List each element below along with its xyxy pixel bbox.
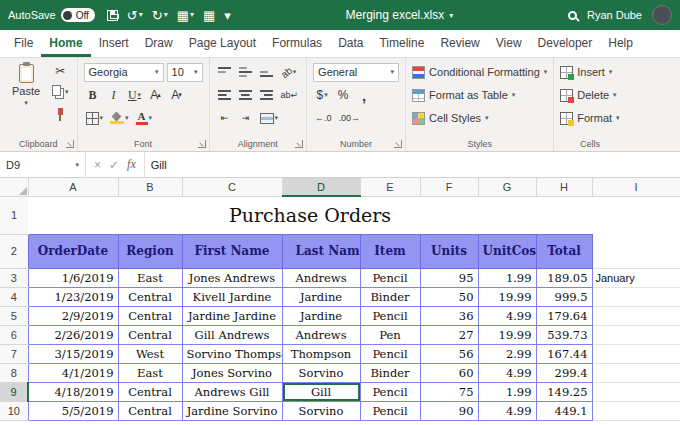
decrease-indent-button[interactable]: ⇤ — [216, 109, 234, 127]
cell[interactable]: Jardine Jardine — [182, 306, 282, 325]
cell-styles-button[interactable]: Cell Styles ▾ — [412, 108, 547, 128]
cell[interactable]: Binder — [360, 287, 420, 306]
cell[interactable]: Central — [118, 325, 182, 344]
save-icon[interactable] — [107, 10, 118, 21]
cell[interactable]: 4/18/2019 — [28, 382, 118, 401]
select-all-corner[interactable] — [0, 178, 28, 196]
cell[interactable]: Andrews — [282, 325, 360, 344]
cell[interactable]: Central — [118, 287, 182, 306]
cell[interactable]: 167.44 — [536, 344, 592, 363]
shrink-font-button[interactable]: A▾ — [168, 86, 186, 104]
align-center-button[interactable] — [237, 86, 255, 104]
cell[interactable]: 50 — [420, 287, 478, 306]
cell[interactable]: 149.25 — [536, 382, 592, 401]
increase-indent-button[interactable]: ⇥ — [237, 109, 255, 127]
header-total[interactable]: Total — [536, 234, 592, 268]
tab-data[interactable]: Data — [330, 31, 371, 57]
undo-icon[interactable]: ↺▾ — [127, 9, 143, 22]
row-header-1[interactable]: 1 — [0, 196, 28, 234]
cell[interactable]: Jones Andrews — [182, 268, 282, 287]
col-header-e[interactable]: E — [360, 178, 420, 196]
cell[interactable]: 999.5 — [536, 287, 592, 306]
cell[interactable] — [592, 382, 680, 401]
font-dialog-launcher[interactable] — [198, 140, 206, 148]
grow-font-button[interactable]: A▴ — [147, 86, 165, 104]
decrease-decimal-button[interactable]: .00→ — [337, 109, 363, 127]
cell[interactable]: 27 — [420, 325, 478, 344]
cell[interactable] — [592, 363, 680, 382]
number-format-select[interactable]: General▾ — [313, 63, 399, 82]
cell[interactable]: Andrews Gill — [182, 382, 282, 401]
comma-style-button[interactable]: , — [355, 86, 373, 104]
copy-button[interactable]: ▾ — [50, 83, 71, 101]
cell[interactable] — [592, 234, 680, 268]
merge-center-button[interactable]: ▾ — [258, 109, 281, 127]
search-icon[interactable] — [568, 11, 577, 20]
row-header-7[interactable]: 7 — [0, 344, 28, 363]
cancel-icon[interactable]: × — [94, 158, 101, 172]
autosave-toggle[interactable]: AutoSave Off — [8, 8, 95, 22]
tab-review[interactable]: Review — [432, 31, 487, 57]
avatar[interactable] — [652, 5, 672, 25]
formula-input[interactable]: Gill — [145, 152, 680, 177]
tab-view[interactable]: View — [488, 31, 530, 57]
tab-help[interactable]: Help — [600, 31, 641, 57]
row-header-10[interactable]: 10 — [0, 401, 28, 420]
clipboard-dialog-launcher[interactable] — [66, 140, 74, 148]
italic-button[interactable]: I — [105, 86, 123, 104]
cell[interactable]: Sorvino Thompson — [182, 344, 282, 363]
cell[interactable]: Sorvino — [282, 363, 360, 382]
cell[interactable]: 95 — [420, 268, 478, 287]
cell[interactable]: Central — [118, 382, 182, 401]
accounting-format-button[interactable]: $▾ — [313, 86, 331, 104]
autosave-switch[interactable]: Off — [61, 8, 95, 22]
cell[interactable]: Andrews — [282, 268, 360, 287]
col-header-g[interactable]: G — [478, 178, 536, 196]
cell[interactable]: Jardine Sorvino — [182, 401, 282, 420]
insert-function-icon[interactable]: fx — [127, 157, 136, 172]
orientation-button[interactable]: ab▾ — [279, 63, 299, 81]
col-header-h[interactable]: H — [536, 178, 592, 196]
tab-formulas[interactable]: Formulas — [264, 31, 330, 57]
align-right-button[interactable] — [258, 86, 276, 104]
cell[interactable] — [592, 344, 680, 363]
format-painter-button[interactable] — [50, 104, 71, 122]
cell[interactable]: 75 — [420, 382, 478, 401]
row-header-4[interactable]: 4 — [0, 287, 28, 306]
cell[interactable] — [592, 401, 680, 420]
col-header-a[interactable]: A — [28, 178, 118, 196]
row-header-3[interactable]: 3 — [0, 268, 28, 287]
cell[interactable]: Pencil — [360, 382, 420, 401]
col-header-d-selected[interactable]: D — [282, 178, 360, 196]
cell[interactable]: Binder — [360, 363, 420, 382]
align-top-button[interactable] — [216, 63, 234, 81]
cell[interactable]: Gill Andrews — [182, 325, 282, 344]
cell[interactable]: 4.99 — [478, 306, 536, 325]
cell[interactable]: 1/6/2019 — [28, 268, 118, 287]
underline-button[interactable]: U▾ — [126, 86, 144, 104]
delete-cells-button[interactable]: Delete ▾ — [560, 85, 619, 105]
chevron-down-icon[interactable]: ▾ — [449, 11, 453, 20]
fill-color-button[interactable]: ▾ — [108, 109, 131, 127]
col-header-f[interactable]: F — [420, 178, 478, 196]
cut-button[interactable]: ✂ — [50, 62, 71, 80]
table-quick-icon[interactable]: ▦▾ — [177, 9, 194, 22]
cell[interactable]: East — [118, 268, 182, 287]
cell[interactable]: 36 — [420, 306, 478, 325]
qat-overflow-icon[interactable]: ▾ — [224, 9, 231, 22]
tab-file[interactable]: File — [6, 31, 41, 57]
tab-page-layout[interactable]: Page Layout — [181, 31, 264, 57]
cell[interactable]: 19.99 — [478, 287, 536, 306]
number-dialog-launcher[interactable] — [394, 140, 402, 148]
tab-timeline[interactable]: Timeline — [371, 31, 432, 57]
paste-button[interactable]: Paste ▾ — [6, 62, 46, 107]
header-region[interactable]: Region — [118, 234, 182, 268]
col-header-i[interactable]: I — [592, 178, 680, 196]
cell[interactable]: East — [118, 363, 182, 382]
cell[interactable]: Sorvino — [282, 401, 360, 420]
font-color-button[interactable]: A▾ — [134, 109, 155, 127]
cell[interactable]: Kivell Jardine — [182, 287, 282, 306]
header-first-name[interactable]: First Name — [182, 234, 282, 268]
format-cells-button[interactable]: Format ▾ — [560, 108, 619, 128]
cell[interactable]: Pencil — [360, 268, 420, 287]
